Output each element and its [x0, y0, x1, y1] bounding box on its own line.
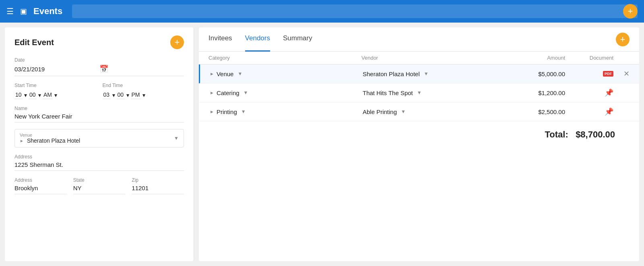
time-sep-1: ▾ — [24, 92, 27, 98]
venue-sublabel: Venue — [20, 133, 80, 137]
edit-event-panel: Edit Event + Date 03/21/2019 📅 Start Tim… — [5, 27, 194, 261]
panel-add-button[interactable]: + — [170, 35, 184, 49]
close-row-icon[interactable]: ✕ — [623, 69, 630, 78]
start-hour-select[interactable]: 10 — [14, 91, 23, 99]
address-label: Address — [14, 154, 184, 160]
time-sep-4: ▾ — [112, 92, 115, 98]
col-vendor: Vendor — [361, 55, 501, 61]
time-sep-2: ▾ — [38, 92, 41, 98]
panel-title: Edit Event — [14, 38, 54, 47]
venue-vendor-cell: Sheraton Plaza Hotel ▼ — [363, 71, 501, 77]
category-dropdown-icon[interactable]: ▼ — [237, 71, 242, 77]
total-label: Total: — [545, 129, 568, 139]
main-layout: Edit Event + Date 03/21/2019 📅 Start Tim… — [0, 23, 644, 266]
menu-icon[interactable]: ☰ — [6, 6, 14, 16]
printing-doc-cell: 📌 — [565, 107, 613, 116]
zip-col: Zip 11201 — [132, 177, 184, 194]
start-time-group: Start Time 10 ▾ 00 ▾ AM PM ▾ — [14, 83, 96, 99]
catering-doc-cell: 📌 — [565, 88, 613, 97]
venue-expand-icon: ► — [20, 139, 24, 143]
tab-vendors[interactable]: Vendors — [245, 27, 270, 52]
row-expand-icon[interactable]: ► — [210, 90, 214, 95]
row-expand-icon[interactable]: ► — [210, 109, 214, 114]
category-dropdown-icon[interactable]: ▼ — [241, 109, 246, 114]
start-ampm-select[interactable]: AM PM — [43, 91, 53, 99]
vendors-table: Category Vendor Amount Document ► Venue … — [199, 52, 639, 261]
catering-vendor-cell: That Hits The Spot ▼ — [363, 89, 501, 96]
app-title: Events — [33, 6, 62, 17]
paperclip-icon[interactable]: 📌 — [605, 88, 613, 97]
printing-vendor-cell: Able Printing ▼ — [363, 108, 501, 115]
table-row: ► Printing ▼ Able Printing ▼ $2,500.00 📌 — [199, 102, 639, 121]
global-add-button[interactable]: + — [623, 4, 638, 19]
vendor-dropdown-icon[interactable]: ▼ — [401, 109, 406, 114]
row-expand-icon[interactable]: ► — [210, 71, 214, 76]
total-value: $8,700.00 — [576, 129, 615, 139]
vendors-panel: Invitees Vendors Summary + Category Vend… — [199, 27, 639, 261]
paperclip-icon[interactable]: 📌 — [605, 107, 613, 116]
catering-amount-cell: $1,200.00 — [501, 89, 565, 96]
time-sep-3: ▾ — [54, 92, 57, 98]
date-field: Date 03/21/2019 📅 — [14, 57, 184, 76]
address2-value: Brooklyn — [14, 185, 67, 194]
search-input[interactable] — [72, 4, 638, 18]
address2-label: Address — [14, 177, 67, 183]
end-time-label: End Time — [103, 83, 184, 88]
time-sep-5: ▾ — [126, 92, 129, 98]
total-row: Total: $8,700.00 — [199, 121, 639, 148]
table-header: Category Vendor Amount Document — [199, 52, 639, 64]
state-col: State NY — [73, 177, 126, 194]
app-header: ☰ ▣ Events + — [0, 0, 644, 23]
zip-label: Zip — [132, 177, 184, 183]
printing-amount-cell: $2,500.00 — [501, 108, 565, 115]
venue-close-cell: ✕ — [613, 69, 630, 78]
venue-dropdown[interactable]: Venue ► Sheraton Plaza Hotel ▼ — [14, 129, 184, 148]
vendor-dropdown-icon[interactable]: ▼ — [424, 71, 429, 77]
state-label: State — [73, 177, 126, 183]
venue-chevron-icon: ▼ — [174, 135, 179, 141]
venue-doc-cell: PDF — [565, 71, 613, 77]
col-amount: Amount — [501, 55, 565, 61]
col-document: Document — [565, 55, 613, 61]
date-value[interactable]: 03/21/2019 📅 — [14, 64, 184, 76]
venue-amount-cell: $5,000.00 — [501, 71, 565, 77]
venue-name-value: ► Sheraton Plaza Hotel — [20, 137, 80, 144]
tab-summary[interactable]: Summary — [283, 27, 312, 52]
tab-invitees[interactable]: Invitees — [208, 27, 232, 52]
tabs-bar: Invitees Vendors Summary + — [199, 27, 639, 52]
vendors-add-button[interactable]: + — [616, 33, 630, 46]
end-min-select[interactable]: 00 — [117, 91, 125, 99]
state-value: NY — [73, 185, 126, 194]
calendar-icon: ▣ — [20, 7, 27, 16]
col-actions — [613, 55, 630, 61]
time-row: Start Time 10 ▾ 00 ▾ AM PM ▾ — [14, 83, 184, 99]
address-field: Address 1225 Sherman St. — [14, 154, 184, 171]
address-value: 1225 Sherman St. — [14, 161, 184, 171]
col-category: Category — [208, 55, 361, 61]
end-ampm-select[interactable]: PM AM — [131, 91, 141, 99]
category-dropdown-icon[interactable]: ▼ — [244, 90, 248, 96]
table-row: ► Venue ▼ Sheraton Plaza Hotel ▼ $5,000.… — [199, 64, 639, 83]
table-row: ► Catering ▼ That Hits The Spot ▼ $1,200… — [199, 83, 639, 102]
start-time-label: Start Time — [14, 83, 96, 88]
end-hour-select[interactable]: 03 — [103, 91, 111, 99]
printing-category-cell: ► Printing ▼ — [210, 108, 363, 115]
start-min-select[interactable]: 00 — [29, 91, 37, 99]
catering-category-cell: ► Catering ▼ — [210, 89, 363, 96]
name-value: New York Career Fair — [14, 113, 184, 123]
address-state-zip-row: Address Brooklyn State NY Zip 11201 — [14, 177, 184, 194]
time-sep-6: ▾ — [142, 92, 145, 98]
panel-header: Edit Event + — [14, 35, 184, 49]
zip-value: 11201 — [132, 185, 184, 194]
address2-col: Address Brooklyn — [14, 177, 67, 194]
calendar-picker-icon[interactable]: 📅 — [99, 64, 184, 73]
end-time-group: End Time 03 ▾ 00 ▾ PM AM ▾ — [103, 83, 184, 99]
date-label: Date — [14, 57, 184, 63]
venue-field: Venue ► Sheraton Plaza Hotel ▼ — [14, 129, 184, 148]
vendor-dropdown-icon[interactable]: ▼ — [417, 90, 422, 96]
name-label: Name — [14, 106, 184, 111]
pdf-icon[interactable]: PDF — [603, 71, 613, 77]
venue-category-cell: ► Venue ▼ — [210, 71, 363, 77]
name-field: Name New York Career Fair — [14, 106, 184, 123]
